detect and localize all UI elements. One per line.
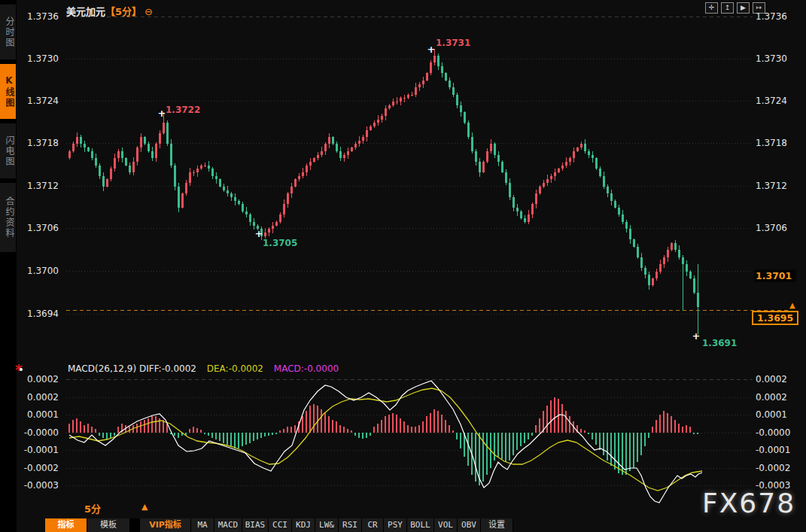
current-price-tag: 1.3695 (752, 311, 798, 325)
extreme-cross-marker: + (158, 108, 166, 118)
sidebar-item-active[interactable]: K线图 (0, 64, 16, 119)
macd-axis-label-left: -0.0003 (23, 481, 59, 490)
price-axis-label-right: 1.3706 (756, 223, 787, 233)
last-price-tag: 1.3701 (754, 269, 796, 282)
price-axis-label-right: 1.3724 (756, 96, 787, 105)
macd-axis-label-left: -0.0001 (23, 445, 59, 454)
indicator-close-icon[interactable]: * (15, 363, 27, 375)
symbol-header: 美元加元【5分】⊖ (66, 4, 153, 18)
tab-spacer (130, 518, 140, 532)
tab-obv[interactable]: OBV (458, 518, 481, 532)
tab-指标[interactable]: 指标 (45, 518, 87, 532)
watermark: FX678 (702, 488, 795, 518)
tab-psy[interactable]: PSY (384, 518, 407, 532)
price-axis-label-left: 1.3712 (23, 181, 59, 190)
tab-模板[interactable]: 模板 (87, 518, 130, 532)
trading-app-window: 分时图K线图闪电图合约资料 美元加元【5分】⊖ ✛↥▶↦ 1.37361.373… (0, 0, 806, 532)
price-axis-label-right: 1.3730 (756, 54, 787, 63)
tab-boll[interactable]: BOLL (407, 518, 434, 532)
price-axis-label-left: 1.3706 (23, 223, 59, 233)
macd-indicator-header: MACD(26,12,9) DIFF:-0.0002 DEA:-0.0002 M… (68, 363, 339, 374)
scale-up-icon[interactable]: ↥ (721, 2, 734, 14)
symbol-title: 美元加元 (66, 6, 105, 17)
chart-type-sidebar: 分时图K线图闪电图合约资料 (0, 0, 17, 532)
period-selector[interactable]: 5分 (84, 501, 101, 515)
price-extreme-label: 1.3691 (702, 338, 737, 348)
extreme-cross-marker: + (692, 331, 701, 341)
price-axis-label-left: 1.3736 (23, 12, 59, 21)
tab-lw&[interactable]: LW& (315, 518, 339, 532)
sidebar-item-chart[interactable]: 合约资料 (0, 183, 16, 252)
period-tag: 【5分】 (105, 6, 141, 17)
price-up-arrow-icon: ▲ (789, 301, 795, 309)
tab-cci[interactable]: CCI (269, 518, 292, 532)
price-axis-label-left: 1.3724 (23, 96, 59, 105)
price-axis-label-left: 1.3730 (23, 54, 59, 63)
macd-axis-label-left: 0.0002 (23, 375, 59, 384)
macd-axis-label-right: 0.0002 (756, 393, 787, 402)
tab-cr[interactable]: CR (362, 518, 384, 532)
macd-axis-label-left: -0.0000 (23, 428, 59, 437)
macd-axis-label-right: -0.0001 (756, 445, 790, 454)
price-axis-label-left: 1.3694 (23, 309, 59, 318)
extreme-cross-marker: + (427, 44, 436, 54)
price-axis-label-left: 1.3718 (23, 138, 59, 147)
macd-axis-label-left: 0.0001 (23, 410, 59, 419)
price-extreme-label: 1.3722 (166, 105, 200, 115)
tab-vol[interactable]: VOL (434, 518, 458, 532)
collapse-icon[interactable]: ⊖ (144, 6, 153, 17)
macd-axis-label-right: -0.0000 (756, 428, 790, 437)
price-extreme-label: 1.3731 (436, 38, 470, 48)
extreme-cross-marker: + (255, 229, 263, 239)
macd-axis-label-right: 0.0001 (756, 410, 787, 419)
scale-play-icon[interactable]: ▶ (737, 2, 750, 14)
macd-axis-label-left: 0.0002 (23, 393, 59, 402)
macd-macd-label: MACD:-0.0000 (274, 363, 339, 374)
macd-diff-label: MACD(26,12,9) DIFF:-0.0002 (68, 363, 196, 374)
price-axis-label-right: 1.3712 (756, 181, 787, 190)
price-extreme-label: 1.3705 (263, 238, 297, 248)
tab-bias[interactable]: BIAS (242, 518, 269, 532)
tab-kdj[interactable]: KDJ (292, 518, 315, 532)
price-axis-label-right: 1.3736 (756, 12, 787, 21)
chart-canvas[interactable] (0, 0, 806, 532)
tab-ma[interactable]: MA (191, 518, 214, 532)
tab-vip指标[interactable]: VIP指标 (140, 518, 191, 532)
sidebar-item-chart[interactable]: 分时图 (0, 5, 16, 59)
indicator-tab-bar: 指标模板VIP指标MAMACDBIASCCIKDJLW&RSICRPSYBOLL… (45, 518, 513, 532)
macd-axis-label-left: -0.0002 (23, 464, 59, 473)
price-axis-label-left: 1.3700 (23, 266, 59, 275)
sidebar-item-chart[interactable]: 闪电图 (0, 123, 16, 178)
period-dropdown-arrow-icon[interactable]: ▲ (141, 502, 148, 512)
tab-rsi[interactable]: RSI (339, 518, 362, 532)
pan-icon[interactable]: ✛ (705, 2, 718, 14)
price-axis-label-right: 1.3718 (756, 138, 787, 147)
tab-设置[interactable]: 设置 (481, 518, 513, 532)
macd-axis-label-right: -0.0002 (756, 464, 790, 473)
macd-axis-label-right: 0.0002 (756, 375, 787, 384)
tab-macd[interactable]: MACD (214, 518, 242, 532)
macd-dea-label: DEA:-0.0002 (207, 363, 263, 374)
